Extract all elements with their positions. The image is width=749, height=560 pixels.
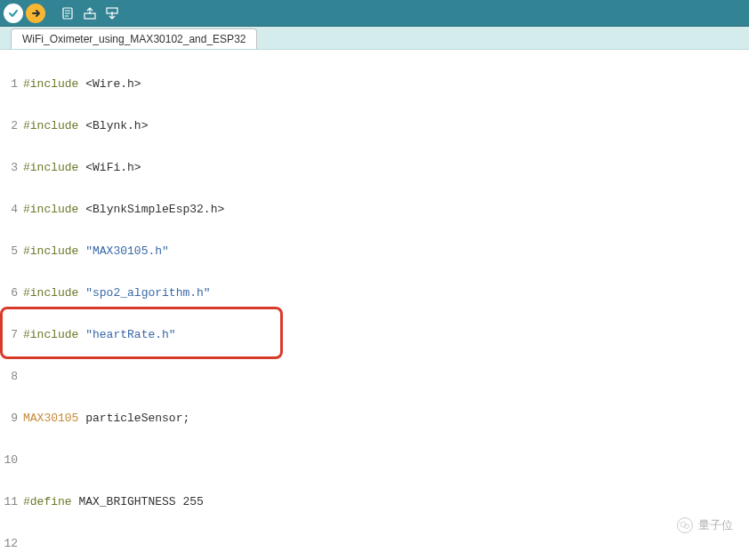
watermark-text: 量子位 — [698, 517, 733, 533]
code-line — [23, 536, 749, 551]
code-line: #include <Wire.h> — [23, 76, 749, 92]
upload-button[interactable] — [26, 4, 45, 23]
toolbar — [0, 0, 749, 27]
line-number: 12 — [0, 536, 23, 551]
open-button[interactable] — [80, 4, 100, 23]
line-number: 3 — [0, 160, 23, 175]
code-line: #include <WiFi.h> — [23, 160, 749, 175]
line-number: 7 — [0, 327, 23, 342]
line-number: 11 — [0, 494, 23, 509]
line-number: 4 — [0, 202, 23, 217]
code-line: #include "MAX30105.h" — [23, 244, 749, 259]
save-button[interactable] — [102, 4, 122, 23]
line-number: 6 — [0, 285, 23, 300]
code-line: MAX30105 particleSensor; — [23, 411, 749, 426]
line-number: 2 — [0, 118, 23, 133]
code-line — [23, 452, 749, 468]
code-line: #include "spo2_algorithm.h" — [23, 285, 749, 300]
new-file-button[interactable] — [58, 4, 77, 23]
file-tab[interactable]: WiFi_Oximeter_using_MAX30102_and_ESP32 — [11, 28, 257, 49]
wechat-icon — [677, 517, 693, 533]
line-number: 9 — [0, 411, 23, 426]
code-line: #include "heartRate.h" — [23, 327, 749, 342]
code-line — [23, 369, 749, 384]
line-number: 10 — [0, 452, 23, 468]
code-line: #include <BlynkSimpleEsp32.h> — [23, 202, 749, 217]
verify-button[interactable] — [4, 4, 23, 23]
code-editor[interactable]: 1#include <Wire.h> 2#include <Blynk.h> 3… — [0, 50, 749, 560]
code-line: #define MAX_BRIGHTNESS 255 — [23, 494, 749, 509]
watermark: 量子位 — [677, 517, 733, 533]
tab-bar: WiFi_Oximeter_using_MAX30102_and_ESP32 — [0, 27, 749, 50]
line-number: 1 — [0, 76, 23, 92]
code-line: #include <Blynk.h> — [23, 118, 749, 133]
line-number: 8 — [0, 369, 23, 384]
line-number: 5 — [0, 244, 23, 259]
